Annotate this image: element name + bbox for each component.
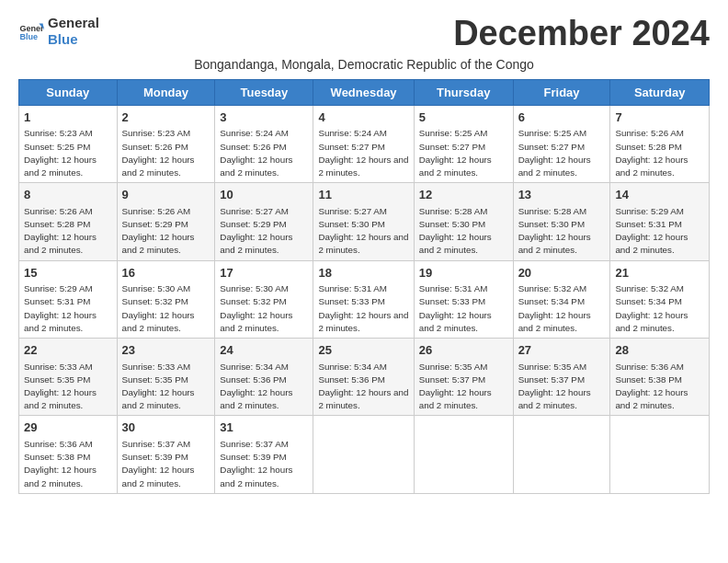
day-info: Sunrise: 5:26 AMSunset: 5:28 PMDaylight:… xyxy=(24,206,97,256)
day-info: Sunrise: 5:37 AMSunset: 5:39 PMDaylight:… xyxy=(220,439,292,488)
calendar-cell: 18 Sunrise: 5:31 AMSunset: 5:33 PMDaylig… xyxy=(313,260,414,338)
calendar-cell: 4 Sunrise: 5:24 AMSunset: 5:27 PMDayligh… xyxy=(313,105,414,182)
header: General Blue General Blue December 2024 xyxy=(18,15,710,53)
calendar-cell: 14 Sunrise: 5:29 AMSunset: 5:31 PMDaylig… xyxy=(610,183,710,260)
calendar-cell: 12 Sunrise: 5:28 AMSunset: 5:30 PMDaylig… xyxy=(414,183,513,260)
day-number: 14 xyxy=(615,187,704,203)
logo-general: General xyxy=(48,15,99,30)
calendar-cell: 19 Sunrise: 5:31 AMSunset: 5:33 PMDaylig… xyxy=(414,260,513,338)
day-number: 27 xyxy=(518,342,606,359)
day-info: Sunrise: 5:25 AMSunset: 5:27 PMDaylight:… xyxy=(518,128,591,178)
calendar-cell: 5 Sunrise: 5:25 AMSunset: 5:27 PMDayligh… xyxy=(414,105,513,182)
calendar-cell: 10 Sunrise: 5:27 AMSunset: 5:29 PMDaylig… xyxy=(215,183,313,260)
day-number: 30 xyxy=(122,419,210,436)
calendar-cell: 3 Sunrise: 5:24 AMSunset: 5:26 PMDayligh… xyxy=(215,105,313,182)
day-info: Sunrise: 5:28 AMSunset: 5:30 PMDaylight:… xyxy=(419,206,492,256)
day-number: 8 xyxy=(24,187,112,203)
day-info: Sunrise: 5:31 AMSunset: 5:33 PMDaylight:… xyxy=(318,283,408,333)
dow-header-thursday: Thursday xyxy=(414,79,513,105)
day-info: Sunrise: 5:35 AMSunset: 5:37 PMDaylight:… xyxy=(419,362,492,411)
month-title: December 2024 xyxy=(453,15,710,53)
day-info: Sunrise: 5:29 AMSunset: 5:31 PMDaylight:… xyxy=(615,206,688,256)
day-number: 25 xyxy=(318,342,408,359)
calendar-cell: 26 Sunrise: 5:35 AMSunset: 5:37 PMDaylig… xyxy=(414,339,513,416)
day-info: Sunrise: 5:27 AMSunset: 5:30 PMDaylight:… xyxy=(318,206,408,256)
day-info: Sunrise: 5:23 AMSunset: 5:25 PMDaylight:… xyxy=(24,128,97,178)
day-info: Sunrise: 5:26 AMSunset: 5:28 PMDaylight:… xyxy=(615,128,688,178)
day-number: 26 xyxy=(419,342,508,359)
svg-text:Blue: Blue xyxy=(19,32,38,41)
day-number: 2 xyxy=(122,109,210,126)
logo-icon: General Blue xyxy=(18,18,44,44)
day-info: Sunrise: 5:30 AMSunset: 5:32 PMDaylight:… xyxy=(122,283,195,333)
day-info: Sunrise: 5:26 AMSunset: 5:29 PMDaylight:… xyxy=(122,206,195,256)
day-info: Sunrise: 5:33 AMSunset: 5:35 PMDaylight:… xyxy=(122,362,195,411)
dow-header-monday: Monday xyxy=(117,79,215,105)
day-number: 5 xyxy=(419,109,508,126)
calendar-cell: 7 Sunrise: 5:26 AMSunset: 5:28 PMDayligh… xyxy=(610,105,710,182)
day-info: Sunrise: 5:35 AMSunset: 5:37 PMDaylight:… xyxy=(518,362,591,411)
dow-header-tuesday: Tuesday xyxy=(215,79,313,105)
calendar-cell: 29 Sunrise: 5:36 AMSunset: 5:38 PMDaylig… xyxy=(19,416,118,493)
day-number: 15 xyxy=(24,265,112,282)
day-info: Sunrise: 5:28 AMSunset: 5:30 PMDaylight:… xyxy=(518,206,591,256)
calendar-cell: 25 Sunrise: 5:34 AMSunset: 5:36 PMDaylig… xyxy=(313,339,414,416)
calendar-cell xyxy=(414,416,513,493)
calendar-cell: 24 Sunrise: 5:34 AMSunset: 5:36 PMDaylig… xyxy=(215,339,313,416)
calendar-cell: 13 Sunrise: 5:28 AMSunset: 5:30 PMDaylig… xyxy=(513,183,610,260)
calendar-cell: 20 Sunrise: 5:32 AMSunset: 5:34 PMDaylig… xyxy=(513,260,610,338)
day-number: 22 xyxy=(24,342,112,359)
dow-header-saturday: Saturday xyxy=(610,79,710,105)
day-info: Sunrise: 5:36 AMSunset: 5:38 PMDaylight:… xyxy=(615,362,688,411)
day-info: Sunrise: 5:23 AMSunset: 5:26 PMDaylight:… xyxy=(122,128,195,178)
day-number: 9 xyxy=(122,187,210,203)
day-info: Sunrise: 5:32 AMSunset: 5:34 PMDaylight:… xyxy=(615,283,688,333)
day-number: 16 xyxy=(122,265,210,282)
calendar-cell: 23 Sunrise: 5:33 AMSunset: 5:35 PMDaylig… xyxy=(117,339,215,416)
calendar-cell xyxy=(513,416,610,493)
dow-header-wednesday: Wednesday xyxy=(313,79,414,105)
calendar-cell: 31 Sunrise: 5:37 AMSunset: 5:39 PMDaylig… xyxy=(215,416,313,493)
day-number: 20 xyxy=(518,265,606,282)
calendar-cell: 27 Sunrise: 5:35 AMSunset: 5:37 PMDaylig… xyxy=(513,339,610,416)
day-info: Sunrise: 5:33 AMSunset: 5:35 PMDaylight:… xyxy=(24,362,97,411)
page-subtitle: Bongandanga, Mongala, Democratic Republi… xyxy=(18,57,710,72)
day-number: 21 xyxy=(615,265,704,282)
day-info: Sunrise: 5:29 AMSunset: 5:31 PMDaylight:… xyxy=(24,283,97,333)
day-number: 28 xyxy=(615,342,704,359)
calendar-cell: 9 Sunrise: 5:26 AMSunset: 5:29 PMDayligh… xyxy=(117,183,215,260)
logo: General Blue General Blue xyxy=(18,15,99,48)
day-number: 23 xyxy=(122,342,210,359)
day-number: 7 xyxy=(615,109,704,126)
day-info: Sunrise: 5:34 AMSunset: 5:36 PMDaylight:… xyxy=(318,362,408,411)
calendar-cell: 2 Sunrise: 5:23 AMSunset: 5:26 PMDayligh… xyxy=(117,105,215,182)
calendar-cell: 6 Sunrise: 5:25 AMSunset: 5:27 PMDayligh… xyxy=(513,105,610,182)
day-number: 11 xyxy=(318,187,408,203)
day-info: Sunrise: 5:27 AMSunset: 5:29 PMDaylight:… xyxy=(220,206,292,256)
day-info: Sunrise: 5:30 AMSunset: 5:32 PMDaylight:… xyxy=(220,283,292,333)
day-number: 17 xyxy=(220,265,308,282)
day-info: Sunrise: 5:36 AMSunset: 5:38 PMDaylight:… xyxy=(24,439,97,488)
dow-header-sunday: Sunday xyxy=(19,79,118,105)
logo-text: General Blue xyxy=(48,15,99,48)
calendar-table: SundayMondayTuesdayWednesdayThursdayFrid… xyxy=(18,79,710,494)
calendar-cell: 16 Sunrise: 5:30 AMSunset: 5:32 PMDaylig… xyxy=(117,260,215,338)
day-info: Sunrise: 5:24 AMSunset: 5:27 PMDaylight:… xyxy=(318,128,408,178)
day-number: 29 xyxy=(24,419,112,436)
day-info: Sunrise: 5:34 AMSunset: 5:36 PMDaylight:… xyxy=(220,362,292,411)
day-number: 3 xyxy=(220,109,308,126)
calendar-cell: 30 Sunrise: 5:37 AMSunset: 5:39 PMDaylig… xyxy=(117,416,215,493)
calendar-cell: 8 Sunrise: 5:26 AMSunset: 5:28 PMDayligh… xyxy=(19,183,118,260)
day-info: Sunrise: 5:32 AMSunset: 5:34 PMDaylight:… xyxy=(518,283,591,333)
day-info: Sunrise: 5:37 AMSunset: 5:39 PMDaylight:… xyxy=(122,439,195,488)
day-number: 6 xyxy=(518,109,606,126)
day-number: 31 xyxy=(220,419,308,436)
calendar-cell: 22 Sunrise: 5:33 AMSunset: 5:35 PMDaylig… xyxy=(19,339,118,416)
logo-blue: Blue xyxy=(48,31,78,47)
calendar-cell xyxy=(313,416,414,493)
day-number: 13 xyxy=(518,187,606,203)
calendar-cell: 28 Sunrise: 5:36 AMSunset: 5:38 PMDaylig… xyxy=(610,339,710,416)
calendar-cell: 15 Sunrise: 5:29 AMSunset: 5:31 PMDaylig… xyxy=(19,260,118,338)
day-number: 19 xyxy=(419,265,508,282)
day-number: 1 xyxy=(24,109,112,126)
